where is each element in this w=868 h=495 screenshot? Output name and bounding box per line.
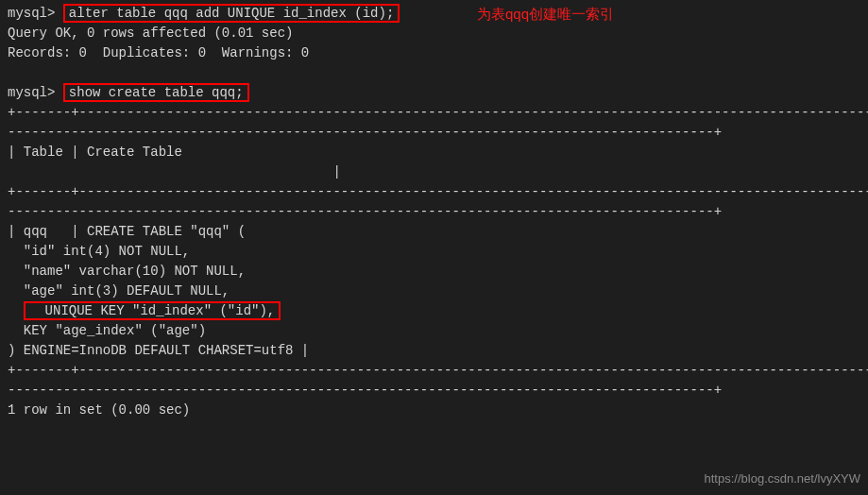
mysql-prompt: mysql> <box>8 6 55 21</box>
table-border-top1: +-------+-------------------------------… <box>8 103 860 123</box>
watermark: https://blog.csdn.net/lvyXYW <box>705 469 860 488</box>
table-border-bot2: ----------------------------------------… <box>8 381 860 401</box>
blank-line <box>8 63 860 83</box>
terminal-line-cmd2: mysql> show create table qqq; <box>8 83 860 103</box>
table-border-mid2: ----------------------------------------… <box>8 202 860 222</box>
terminal-line-cmd1: mysql> alter table qqq add UNIQUE id_ind… <box>8 4 860 24</box>
terminal-output-1b: Records: 0 Duplicates: 0 Warnings: 0 <box>8 43 860 63</box>
create-table-line4: "age" int(3) DEFAULT NULL, <box>8 282 860 301</box>
create-table-line2: "id" int(4) NOT NULL, <box>8 242 860 262</box>
create-table-line1: | qqq | CREATE TABLE "qqq" ( <box>8 222 860 242</box>
highlighted-cmd2: show create table qqq; <box>63 83 249 102</box>
highlighted-cmd1: alter table qqq add UNIQUE id_index (id)… <box>63 4 400 23</box>
create-table-line5: UNIQUE KEY "id_index" ("id"), <box>8 301 860 321</box>
table-border-top2: ----------------------------------------… <box>8 123 860 143</box>
table-header-end: | <box>8 162 860 182</box>
create-table-line3: "name" varchar(10) NOT NULL, <box>8 262 860 282</box>
highlighted-unique-key: UNIQUE KEY "id_index" ("id"), <box>24 301 281 320</box>
mysql-prompt: mysql> <box>8 85 55 100</box>
create-table-line6: KEY "age_index" ("age") <box>8 321 860 341</box>
annotation-1: 为表qqq创建唯一索引 <box>477 4 614 26</box>
table-border-bot1: +-------+-------------------------------… <box>8 361 860 381</box>
table-border-mid1: +-------+-------------------------------… <box>8 182 860 202</box>
table-header: | Table | Create Table <box>8 143 860 162</box>
terminal-output-1a: Query OK, 0 rows affected (0.01 sec) <box>8 24 860 43</box>
result-footer: 1 row in set (0.00 sec) <box>8 401 860 420</box>
create-table-line7: ) ENGINE=InnoDB DEFAULT CHARSET=utf8 | <box>8 341 860 361</box>
